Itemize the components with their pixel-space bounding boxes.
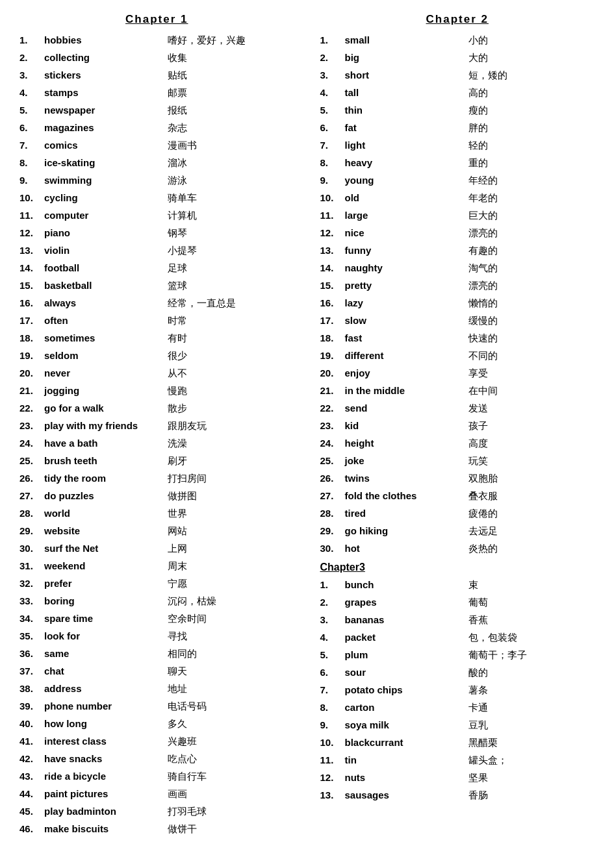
vocab-en: packet: [345, 630, 468, 645]
list-item: 13. sausages 香肠: [320, 787, 595, 803]
vocab-num: 20.: [320, 366, 345, 381]
vocab-cn: 香蕉: [468, 612, 488, 628]
chapter2-title: Chapter 2: [320, 13, 595, 26]
vocab-cn: 寻找: [168, 628, 187, 644]
vocab-num: 38.: [19, 681, 44, 697]
vocab-cn: 漂亮的: [468, 278, 498, 293]
vocab-num: 4.: [320, 630, 345, 645]
vocab-cn: 慢跑: [168, 383, 187, 399]
left-items-container: 1. hobbies 嗜好，爱好，兴趣 2. collecting 收集 3. …: [19, 32, 294, 837]
vocab-num: 34.: [19, 611, 44, 626]
vocab-cn: 疲倦的: [468, 506, 498, 521]
vocab-cn: 玩笑: [468, 453, 488, 469]
list-item: 14. naughty 淘气的: [320, 260, 595, 276]
vocab-num: 13.: [19, 243, 44, 258]
vocab-en: bananas: [345, 612, 468, 628]
vocab-cn: 去远足: [468, 523, 498, 539]
list-item: 20. enjoy 享受: [320, 366, 595, 381]
list-item: 24. height 高度: [320, 436, 595, 451]
list-item: 10. blackcurrant 黑醋栗: [320, 735, 595, 750]
vocab-num: 13.: [320, 243, 345, 258]
list-item: 5. newspaper 报纸: [19, 103, 294, 118]
vocab-cn: 高的: [468, 85, 488, 101]
vocab-cn: 发送: [468, 401, 488, 416]
vocab-num: 1.: [19, 32, 44, 48]
vocab-en: tidy the room: [44, 471, 168, 486]
vocab-cn: 沉闷，枯燥: [168, 593, 216, 609]
vocab-num: 20.: [19, 366, 44, 381]
vocab-cn: 瘦的: [468, 103, 488, 118]
chapter3-title: Chapter3: [320, 562, 595, 573]
vocab-num: 27.: [19, 488, 44, 504]
list-item: 42. have snacks 吃点心: [19, 751, 294, 767]
vocab-en: old: [345, 190, 468, 206]
vocab-cn: 做饼干: [168, 821, 197, 837]
vocab-cn: 篮球: [168, 278, 187, 293]
list-item: 29. go hiking 去远足: [320, 523, 595, 539]
vocab-num: 5.: [19, 103, 44, 118]
vocab-en: play badminton: [44, 804, 168, 819]
vocab-cn: 束: [468, 577, 478, 593]
vocab-cn: 小提琴: [168, 243, 197, 258]
list-item: 16. always 经常，一直总是: [19, 295, 294, 311]
vocab-en: never: [44, 366, 168, 381]
vocab-cn: 双胞胎: [468, 471, 498, 486]
vocab-num: 25.: [19, 453, 44, 469]
vocab-cn: 酸的: [468, 665, 488, 680]
list-item: 30. hot 炎热的: [320, 541, 595, 556]
vocab-num: 43.: [19, 769, 44, 784]
vocab-cn: 洗澡: [168, 436, 187, 451]
vocab-num: 44.: [19, 786, 44, 802]
vocab-num: 39.: [19, 699, 44, 714]
vocab-en: send: [345, 401, 468, 416]
vocab-num: 7.: [320, 682, 345, 698]
vocab-num: 31.: [19, 558, 44, 574]
vocab-en: phone number: [44, 699, 168, 714]
vocab-cn: 收集: [168, 50, 187, 66]
vocab-en: plum: [345, 647, 468, 663]
vocab-num: 30.: [19, 541, 44, 556]
list-item: 25. brush teeth 刷牙: [19, 453, 294, 469]
vocab-num: 2.: [320, 50, 345, 66]
vocab-en: nuts: [345, 770, 468, 786]
list-item: 2. big 大的: [320, 50, 595, 66]
list-item: 46. make biscuits 做饼干: [19, 821, 294, 837]
vocab-num: 45.: [19, 804, 44, 819]
vocab-cn: 地址: [168, 681, 187, 697]
vocab-en: prefer: [44, 576, 168, 591]
vocab-num: 3.: [320, 68, 345, 83]
list-item: 11. computer 计算机: [19, 208, 294, 223]
vocab-num: 13.: [320, 787, 345, 803]
list-item: 16. lazy 懒惰的: [320, 295, 595, 311]
list-item: 5. plum 葡萄干；李子: [320, 647, 595, 663]
vocab-cn: 叠衣服: [468, 488, 498, 504]
list-item: 5. thin 瘦的: [320, 103, 595, 118]
vocab-cn: 从不: [168, 366, 187, 381]
list-item: 8. ice-skating 溜冰: [19, 155, 294, 171]
vocab-en: basketball: [44, 278, 168, 293]
vocab-num: 19.: [19, 348, 44, 364]
vocab-cn: 卡通: [468, 700, 488, 715]
list-item: 4. packet 包，包装袋: [320, 630, 595, 645]
vocab-num: 16.: [19, 295, 44, 311]
vocab-en: height: [345, 436, 468, 451]
vocab-cn: 炎热的: [468, 541, 498, 556]
vocab-en: heavy: [345, 155, 468, 171]
vocab-num: 25.: [320, 453, 345, 469]
vocab-cn: 黑醋栗: [468, 735, 498, 750]
vocab-num: 32.: [19, 576, 44, 591]
vocab-en: violin: [44, 243, 168, 258]
vocab-en: boring: [44, 593, 168, 609]
vocab-cn: 邮票: [168, 85, 187, 101]
vocab-en: collecting: [44, 50, 168, 66]
vocab-cn: 坚果: [468, 770, 488, 786]
vocab-num: 14.: [19, 260, 44, 276]
list-item: 25. joke 玩笑: [320, 453, 595, 469]
vocab-cn: 刷牙: [168, 453, 187, 469]
list-item: 14. football 足球: [19, 260, 294, 276]
vocab-num: 27.: [320, 488, 345, 504]
vocab-en: young: [345, 173, 468, 188]
vocab-en: interest class: [44, 734, 168, 749]
vocab-en: stamps: [44, 85, 168, 101]
vocab-num: 1.: [320, 577, 345, 593]
